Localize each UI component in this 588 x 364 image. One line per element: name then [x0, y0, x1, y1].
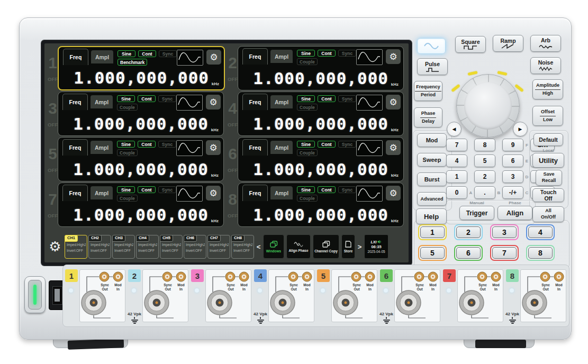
keypad-key[interactable]: -/+ [502, 186, 523, 199]
waveform-badge[interactable]: Sine [117, 186, 135, 193]
keypad-key[interactable]: 0 [446, 186, 467, 199]
keypad-key[interactable]: 4 [446, 154, 467, 167]
continuous-badge[interactable]: Cont [138, 50, 156, 57]
default-button[interactable]: Default [533, 133, 563, 146]
channel-settings-gear-icon[interactable]: ⚙ [386, 186, 401, 201]
sub-mode-badge[interactable]: Couple [297, 149, 318, 156]
channel-panel[interactable]: 3 OFF Freq Ampl Sine Cont Sync Couple [48, 92, 223, 136]
waveform-badge[interactable]: Sine [297, 141, 315, 148]
ampl-tab[interactable]: Ampl [270, 186, 293, 199]
mod-button[interactable]: Mod [417, 133, 447, 147]
advanced-button[interactable]: Advanced [417, 192, 447, 206]
align-phase-button[interactable]: Align Phase [286, 234, 311, 259]
offset-low-button[interactable]: Offset Low [532, 106, 563, 126]
ampl-tab[interactable]: Ampl [91, 186, 113, 199]
continuous-badge[interactable]: Cont [138, 186, 156, 193]
channel-panel[interactable]: 8 OFF Freq Ampl Sine Cont Sync Couple [228, 183, 403, 227]
keypad-key[interactable]: 2 [474, 170, 495, 183]
power-button[interactable] [24, 276, 46, 313]
rotary-knob[interactable] [456, 74, 520, 138]
waveform-badge[interactable]: Sine [117, 95, 135, 102]
continuous-badge[interactable]: Cont [318, 186, 336, 193]
sync-badge[interactable]: Sync [159, 50, 177, 57]
channel-panel[interactable]: 5 OFF Freq Ampl Sine Cont Sync Couple [48, 137, 223, 181]
sync-badge[interactable]: Sync [158, 186, 176, 193]
channel-settings-gear-icon[interactable]: ⚙ [206, 140, 221, 155]
taskbar-channel-tab[interactable]: CH6 Imped:HighZ Invert:OFF [184, 235, 206, 259]
sync-badge[interactable]: Sync [338, 50, 356, 57]
freq-tab[interactable]: Freq [62, 185, 88, 201]
scroll-right-icon[interactable]: > [357, 243, 362, 251]
sync-badge[interactable]: Sync [158, 95, 176, 102]
taskbar-channel-tab[interactable]: CH1 Imped:HighZ Invert:OFF [65, 235, 87, 259]
arb-wave-button[interactable]: Arb [530, 35, 561, 52]
channel-select-key[interactable]: 8 [526, 245, 555, 261]
freq-tab[interactable]: Freq [63, 49, 88, 65]
freq-tab[interactable]: Freq [242, 48, 268, 65]
continuous-badge[interactable]: Cont [318, 95, 336, 102]
waveform-badge[interactable]: Sine [117, 50, 135, 57]
channel-panel[interactable]: 2 OFF Freq Ampl Sine Cont Sync Couple [228, 46, 403, 90]
channel-settings-gear-icon[interactable]: ⚙ [386, 49, 401, 64]
frequency-period-button[interactable]: Frequency Period [414, 81, 442, 101]
channel-settings-gear-icon[interactable]: ⚙ [386, 95, 401, 110]
freq-tab[interactable]: Freq [62, 139, 88, 156]
channel-settings-gear-icon[interactable]: ⚙ [206, 50, 221, 65]
channel-panel[interactable]: 4 OFF Freq Ampl Sine Cont Sync Couple [228, 92, 403, 136]
waveform-badge[interactable]: Sine [297, 50, 315, 57]
taskbar-channel-tab[interactable]: CH3 Imped:HighZ Invert:OFF [112, 235, 135, 259]
taskbar-channel-tab[interactable]: CH8 Imped:HighZ Invert:OFF [231, 235, 254, 259]
channel-settings-gear-icon[interactable]: ⚙ [206, 95, 221, 110]
keypad-key[interactable]: 8 [474, 139, 495, 151]
ramp-wave-button[interactable]: Ramp [493, 35, 523, 52]
ampl-tab[interactable]: Ampl [91, 141, 113, 154]
freq-tab[interactable]: Freq [242, 94, 268, 110]
freq-tab[interactable]: Freq [242, 185, 268, 201]
keypad-key[interactable]: 3 [502, 170, 523, 183]
sub-mode-badge[interactable]: Couple [297, 195, 318, 202]
sync-badge[interactable]: Sync [338, 95, 356, 102]
status-box[interactable]: LXI 06:35 2025-04-05 [364, 234, 388, 259]
ampl-tab[interactable]: Ampl [270, 141, 293, 154]
pulse-wave-button[interactable]: Pulse [417, 58, 448, 75]
square-wave-button[interactable]: Square [455, 36, 486, 53]
cursor-left-button[interactable]: ◀ [447, 122, 462, 136]
scroll-left-icon[interactable]: < [256, 243, 261, 251]
channel-select-key[interactable]: 5 [418, 245, 447, 261]
channel-select-key[interactable]: 6 [454, 245, 483, 261]
windows-button[interactable]: Windows [263, 234, 284, 259]
sine-wave-button[interactable] [417, 38, 446, 54]
channel-settings-gear-icon[interactable]: ⚙ [386, 140, 401, 155]
channel-settings-gear-icon[interactable]: ⚙ [206, 186, 221, 201]
freq-tab[interactable]: Freq [62, 94, 88, 110]
sub-mode-badge[interactable]: Couple [117, 195, 138, 202]
sub-mode-badge[interactable]: Couple [117, 149, 138, 156]
freq-tab[interactable]: Freq [242, 139, 268, 156]
taskbar-channel-tab[interactable]: CH2 Imped:HighZ Invert:OFF [88, 235, 111, 259]
continuous-badge[interactable]: Cont [138, 141, 156, 148]
sweep-button[interactable]: Sweep [417, 153, 447, 167]
ampl-tab[interactable]: Ampl [270, 95, 293, 108]
save-recall-button[interactable]: Save Recall [536, 170, 562, 186]
touch-off-button[interactable]: Touch Off [532, 188, 564, 202]
sync-badge[interactable]: Sync [338, 186, 356, 193]
channel-select-key[interactable]: 3 [490, 224, 519, 240]
ampl-tab[interactable]: Ampl [91, 95, 113, 108]
taskbar-channel-tab[interactable]: CH5 Imped:HighZ Invert:OFF [160, 235, 183, 259]
cursor-right-button[interactable]: ▶ [513, 122, 528, 136]
sub-mode-badge[interactable]: Couple [117, 104, 138, 111]
amplitude-high-button[interactable]: Amplitude High [532, 79, 563, 99]
channel-panel[interactable]: 1 OFF Freq Ampl Sine Cont Sync Benchmark [48, 46, 223, 90]
help-button[interactable]: Help [416, 208, 447, 224]
channel-select-key[interactable]: 1 [418, 224, 447, 240]
ampl-tab[interactable]: Ampl [91, 50, 113, 63]
sub-mode-badge[interactable]: Couple [297, 104, 318, 111]
align-button[interactable]: Align [497, 206, 532, 220]
phase-delay-button[interactable]: Phase Delay [414, 107, 442, 128]
noise-wave-button[interactable]: Noise [530, 57, 561, 74]
ampl-tab[interactable]: Ampl [270, 50, 293, 63]
continuous-badge[interactable]: Cont [318, 50, 336, 57]
utility-button[interactable]: Utility [532, 153, 564, 168]
store-button[interactable]: Store [341, 234, 355, 259]
waveform-badge[interactable]: Sine [117, 141, 135, 148]
